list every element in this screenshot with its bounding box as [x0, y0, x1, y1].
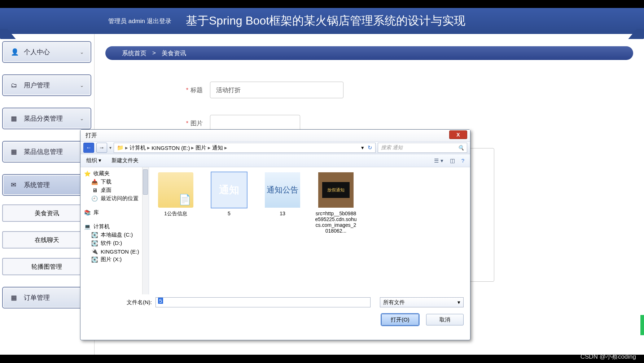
search-input[interactable]: 搜索 通知 🔍	[378, 143, 467, 153]
file-open-dialog: 打开 X ← → ▾ 📁 ▸计算机 ▸KINGSTON (E:) ▸图片 ▸通知…	[80, 129, 470, 340]
chevron-down-icon[interactable]: ▾	[361, 144, 364, 151]
sidebar-item-label: 菜品分类管理	[24, 114, 63, 123]
sidebar-item-dish-category[interactable]: ▦ 菜品分类管理 ⌄	[2, 108, 91, 129]
usb-icon: 🔌	[91, 248, 98, 255]
library-icon: 📚	[84, 209, 91, 216]
breadcrumb: 系统首页 > 美食资讯	[105, 46, 633, 60]
image-thumbnail: 放假通知	[318, 172, 354, 208]
sidebar-item-label: 用户管理	[24, 81, 50, 90]
sidebar-item-profile[interactable]: 👤 个人中心 ⌄	[2, 41, 91, 63]
title-label: 标题	[190, 87, 203, 94]
drive-icon: 💽	[91, 232, 98, 238]
dialog-title: 打开	[86, 132, 97, 139]
address-bar[interactable]: 📁 ▸计算机 ▸KINGSTON (E:) ▸图片 ▸通知 ▸ ▾ ↻	[114, 143, 376, 153]
sidebar-drive-c[interactable]: 💽本地磁盘 (C:)	[82, 231, 147, 239]
sidebar-sub-chat[interactable]: 在线聊天	[2, 231, 91, 249]
grid-icon: ▦	[11, 294, 19, 302]
chevron-down-icon: ⌄	[80, 82, 84, 88]
sidebar-item-orders[interactable]: ▦ 订单管理 ⌄	[2, 287, 91, 308]
sidebar-item-label: 菜品信息管理	[24, 147, 63, 156]
refresh-icon[interactable]: ↻	[368, 144, 372, 151]
computer-header[interactable]: 计算机	[93, 223, 110, 230]
open-button[interactable]: 打开(O)	[381, 314, 419, 325]
cancel-button[interactable]: 取消	[426, 314, 464, 325]
libraries-header[interactable]: 库	[93, 209, 99, 216]
dialog-sidebar: ⭐收藏夹 📥下载 🖥桌面 🕘最近访问的位置 📚库 💻计算机 💽本地磁盘 (C:)…	[80, 167, 149, 294]
drive-icon: 💽	[91, 256, 98, 263]
preview-pane-button[interactable]: ◫	[450, 157, 455, 164]
path-seg[interactable]: 通知	[212, 144, 223, 151]
person-icon: 👤	[11, 48, 19, 56]
filename-label: 文件名(N):	[87, 299, 152, 306]
file-item-photo[interactable]: 放假通知 src=http__5b0988e595225.cdn.sohucs.…	[314, 172, 358, 234]
scrollbar[interactable]	[142, 167, 149, 294]
admin-label[interactable]: 管理员 admin 退出登录	[108, 17, 171, 25]
file-item-folder[interactable]: 📄 1公告信息	[154, 172, 197, 217]
breadcrumb-home[interactable]: 系统首页	[122, 49, 146, 57]
back-button[interactable]: ←	[83, 143, 94, 153]
breadcrumb-separator: >	[152, 49, 156, 57]
image-label: 图片	[190, 120, 203, 127]
filetype-dropdown[interactable]: 所有文件▾	[380, 297, 464, 307]
chevron-down-icon[interactable]: ▾	[109, 145, 111, 150]
computer-icon: 💻	[84, 224, 91, 230]
search-icon: 🔍	[458, 145, 464, 151]
path-seg[interactable]: KINGSTON (E:)	[152, 145, 190, 151]
page-title: 基于Spring Boot框架的某火锅店管理系统的设计与实现	[186, 13, 465, 29]
file-name: 13	[280, 211, 285, 216]
sidebar-item-dish-info[interactable]: ▦ 菜品信息管理 ⌄	[2, 141, 91, 163]
drive-icon: 💽	[91, 240, 98, 247]
breadcrumb-current: 美食资讯	[162, 49, 186, 57]
sidebar-item-users[interactable]: 🗂 用户管理 ⌄	[2, 74, 91, 96]
sidebar-item-system[interactable]: ✉ 系统管理 ⌄	[2, 174, 91, 196]
file-item-13[interactable]: 通知公告 13	[261, 172, 304, 216]
watermark: CSDN @小蔡coding	[581, 353, 636, 361]
sidebar-item-label: 系统管理	[24, 181, 50, 189]
forward-button[interactable]: →	[96, 143, 107, 153]
sidebar-drive-x[interactable]: 💽图片 (X:)	[82, 255, 147, 264]
chevron-down-icon: ⌄	[80, 116, 84, 121]
file-name: 5	[228, 211, 231, 216]
chevron-down-icon: ⌄	[80, 49, 84, 55]
folder-icon: 📄	[158, 172, 193, 208]
image-thumbnail: 通知	[211, 172, 247, 208]
recent-icon: 🕘	[91, 195, 98, 202]
file-name: src=http__5b0988e595225.cdn.sohucs.com_i…	[314, 211, 358, 234]
sidebar-drive-e[interactable]: 🔌KINGSTON (E:)	[82, 247, 147, 255]
sidebar-downloads[interactable]: 📥下载	[82, 178, 147, 186]
image-thumbnail: 通知公告	[265, 172, 300, 208]
title-input[interactable]	[210, 82, 343, 98]
scrollbar-thumb[interactable]	[143, 169, 148, 195]
briefcase-icon: 🗂	[11, 82, 19, 89]
desktop-icon: 🖥	[91, 187, 98, 193]
organize-menu[interactable]: 组织 ▾	[86, 157, 101, 164]
sidebar-sub-carousel[interactable]: 轮播图管理	[2, 258, 91, 275]
chevron-down-icon: ▾	[457, 299, 460, 306]
path-seg[interactable]: 计算机	[130, 144, 146, 151]
new-folder-button[interactable]: 新建文件夹	[111, 157, 139, 164]
star-icon: ⭐	[84, 170, 91, 177]
mail-icon: ✉	[11, 181, 19, 189]
sidebar-sub-food-news[interactable]: 美食资讯	[2, 204, 91, 222]
top-bar: 管理员 admin 退出登录 基于Spring Boot框架的某火锅店管理系统的…	[0, 8, 644, 34]
file-item-5[interactable]: 通知 5	[207, 172, 251, 216]
favorites-header[interactable]: 收藏夹	[93, 170, 110, 177]
file-name: 1公告信息	[164, 211, 187, 217]
download-icon: 📥	[91, 179, 98, 185]
file-list[interactable]: 📄 1公告信息 通知 5 通知公告 13 放假通知 src=http__5b09…	[149, 167, 470, 294]
sidebar-desktop[interactable]: 🖥桌面	[82, 186, 147, 194]
view-mode-button[interactable]: ☰ ▾	[434, 157, 443, 164]
sidebar-item-label: 订单管理	[24, 293, 50, 302]
grid-icon: ▦	[11, 114, 19, 122]
sidebar-recent[interactable]: 🕘最近访问的位置	[82, 194, 147, 203]
search-placeholder: 搜索 通知	[381, 144, 403, 151]
filename-input[interactable]: 5	[155, 297, 371, 307]
sidebar-item-label: 个人中心	[24, 48, 50, 56]
path-seg[interactable]: 图片	[196, 144, 206, 151]
close-button[interactable]: X	[449, 130, 467, 139]
sidebar-drive-d[interactable]: 💽软件 (D:)	[82, 239, 147, 247]
green-indicator	[640, 315, 644, 335]
folder-icon: 📁	[117, 144, 124, 151]
arrow-left-icon: ←	[86, 144, 92, 151]
help-icon[interactable]: ?	[461, 157, 464, 164]
